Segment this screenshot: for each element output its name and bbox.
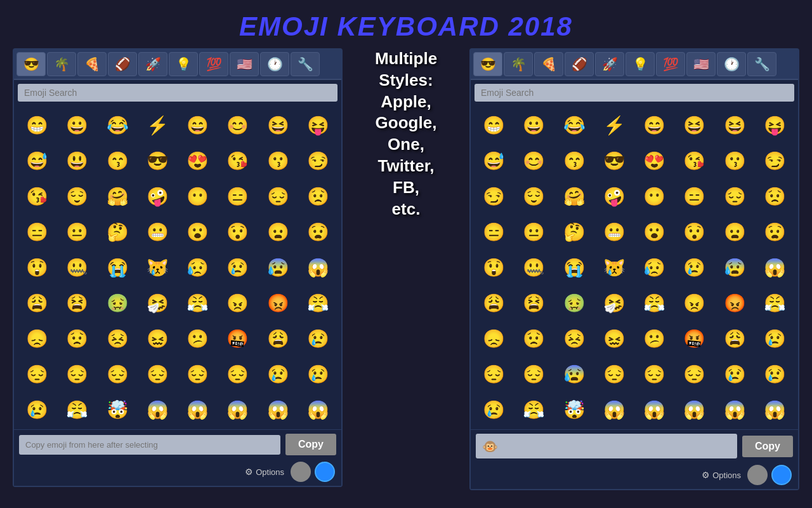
left-emoji-49[interactable]: 😟 — [58, 321, 96, 356]
left-emoji-17[interactable]: 😌 — [58, 179, 96, 213]
right-emoji-21[interactable]: 😑 — [675, 179, 714, 213]
left-emoji-20[interactable]: 😶 — [178, 179, 217, 213]
right-emoji-64[interactable]: 😢 — [475, 392, 513, 427]
right-emoji-65[interactable]: 😤 — [514, 392, 553, 427]
right-copy-input[interactable] — [476, 434, 737, 458]
left-emoji-69[interactable]: 😱 — [218, 392, 257, 427]
left-emoji-59[interactable]: 😔 — [138, 357, 177, 391]
right-emoji-10[interactable]: 😙 — [555, 144, 594, 178]
left-emoji-32[interactable]: 😲 — [18, 250, 56, 284]
left-copy-input[interactable] — [19, 435, 280, 455]
left-emoji-56[interactable]: 😔 — [18, 357, 56, 391]
left-emoji-21[interactable]: 😑 — [218, 179, 257, 213]
left-emoji-54[interactable]: 😩 — [259, 321, 298, 356]
right-emoji-22[interactable]: 😔 — [716, 179, 754, 213]
left-emoji-43[interactable]: 🤧 — [138, 286, 177, 320]
right-cat-6[interactable]: 💯 — [656, 52, 685, 76]
left-cat-1[interactable]: 🌴 — [47, 52, 76, 76]
left-emoji-40[interactable]: 😩 — [18, 286, 56, 320]
right-emoji-70[interactable]: 😱 — [716, 392, 754, 427]
left-cat-5[interactable]: 💡 — [169, 52, 198, 76]
right-emoji-43[interactable]: 🤧 — [595, 286, 634, 320]
left-emoji-45[interactable]: 😠 — [218, 286, 257, 320]
right-emoji-14[interactable]: 😗 — [716, 144, 754, 178]
left-emoji-13[interactable]: 😘 — [218, 144, 257, 178]
right-emoji-46[interactable]: 😡 — [716, 286, 754, 320]
right-emoji-24[interactable]: 😑 — [475, 215, 513, 249]
right-emoji-51[interactable]: 😖 — [595, 321, 634, 356]
right-emoji-4[interactable]: 😄 — [635, 108, 674, 142]
left-cat-6[interactable]: 💯 — [199, 52, 228, 76]
right-cat-7[interactable]: 🇺🇸 — [686, 52, 716, 76]
left-emoji-7[interactable]: 😝 — [299, 108, 337, 142]
right-emoji-69[interactable]: 😱 — [675, 392, 714, 427]
right-emoji-42[interactable]: 🤢 — [555, 286, 594, 320]
right-cat-0[interactable]: 😎 — [473, 52, 502, 76]
left-emoji-53[interactable]: 🤬 — [218, 321, 257, 356]
left-emoji-36[interactable]: 😥 — [178, 250, 217, 284]
left-emoji-3[interactable]: ⚡ — [138, 108, 177, 142]
right-emoji-59[interactable]: 😔 — [595, 357, 634, 391]
left-emoji-9[interactable]: 😃 — [58, 144, 96, 178]
right-emoji-47[interactable]: 😤 — [756, 286, 794, 320]
right-toggle-off[interactable] — [747, 465, 768, 485]
left-cat-3[interactable]: 🏈 — [108, 52, 137, 76]
left-cat-9[interactable]: 🔧 — [291, 52, 320, 76]
left-toggle-on[interactable] — [315, 462, 335, 482]
right-emoji-34[interactable]: 😭 — [555, 250, 594, 284]
left-emoji-58[interactable]: 😔 — [98, 357, 137, 391]
right-emoji-53[interactable]: 🤬 — [675, 321, 714, 356]
right-emoji-36[interactable]: 😥 — [635, 250, 674, 284]
right-emoji-17[interactable]: 😌 — [514, 179, 553, 213]
right-emoji-44[interactable]: 😤 — [635, 286, 674, 320]
right-emoji-33[interactable]: 🤐 — [514, 250, 553, 284]
left-emoji-39[interactable]: 😱 — [299, 250, 337, 284]
left-emoji-18[interactable]: 🤗 — [98, 179, 137, 213]
left-emoji-46[interactable]: 😡 — [259, 286, 298, 320]
right-emoji-60[interactable]: 😔 — [635, 357, 674, 391]
right-emoji-45[interactable]: 😠 — [675, 286, 714, 320]
left-emoji-34[interactable]: 😭 — [98, 250, 137, 284]
right-emoji-56[interactable]: 😔 — [475, 357, 513, 391]
left-emoji-0[interactable]: 😁 — [18, 108, 56, 142]
right-emoji-19[interactable]: 🤪 — [595, 179, 634, 213]
left-emoji-68[interactable]: 😱 — [178, 392, 217, 427]
left-emoji-65[interactable]: 😤 — [58, 392, 96, 427]
right-emoji-66[interactable]: 🤯 — [555, 392, 594, 427]
right-emoji-31[interactable]: 😧 — [756, 215, 794, 249]
left-emoji-27[interactable]: 😬 — [138, 215, 177, 249]
right-emoji-68[interactable]: 😱 — [635, 392, 674, 427]
left-emoji-35[interactable]: 😿 — [138, 250, 177, 284]
left-emoji-66[interactable]: 🤯 — [98, 392, 137, 427]
right-emoji-23[interactable]: 😟 — [756, 179, 794, 213]
left-emoji-55[interactable]: 😢 — [299, 321, 337, 356]
right-emoji-9[interactable]: 😊 — [514, 144, 553, 178]
right-emoji-0[interactable]: 😁 — [475, 108, 513, 142]
right-emoji-30[interactable]: 😦 — [716, 215, 754, 249]
left-emoji-60[interactable]: 😔 — [178, 357, 217, 391]
right-emoji-20[interactable]: 😶 — [635, 179, 674, 213]
right-emoji-15[interactable]: 😏 — [756, 144, 794, 178]
right-cat-3[interactable]: 🏈 — [565, 52, 594, 76]
left-emoji-28[interactable]: 😮 — [178, 215, 217, 249]
right-emoji-8[interactable]: 😅 — [475, 144, 513, 178]
left-emoji-33[interactable]: 🤐 — [58, 250, 96, 284]
left-emoji-30[interactable]: 😦 — [259, 215, 298, 249]
left-cat-0[interactable]: 😎 — [16, 52, 46, 76]
right-emoji-62[interactable]: 😢 — [716, 357, 754, 391]
left-emoji-4[interactable]: 😄 — [178, 108, 217, 142]
left-emoji-16[interactable]: 😘 — [18, 179, 56, 213]
right-emoji-13[interactable]: 😘 — [675, 144, 714, 178]
right-emoji-67[interactable]: 😱 — [595, 392, 634, 427]
left-emoji-42[interactable]: 🤢 — [98, 286, 137, 320]
left-cat-4[interactable]: 🚀 — [138, 52, 167, 76]
right-search-input[interactable] — [475, 84, 794, 102]
right-emoji-41[interactable]: 😫 — [514, 286, 553, 320]
left-emoji-2[interactable]: 😂 — [98, 108, 137, 142]
left-cat-7[interactable]: 🇺🇸 — [230, 52, 259, 76]
left-emoji-64[interactable]: 😢 — [18, 392, 56, 427]
left-emoji-61[interactable]: 😔 — [218, 357, 257, 391]
left-emoji-15[interactable]: 😏 — [299, 144, 337, 178]
right-cat-5[interactable]: 💡 — [625, 52, 655, 76]
left-emoji-67[interactable]: 😱 — [138, 392, 177, 427]
